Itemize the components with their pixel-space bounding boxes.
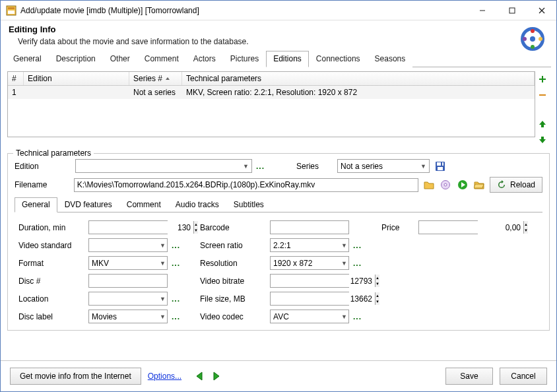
- edition-combo[interactable]: ▼: [75, 159, 252, 173]
- tab-description[interactable]: Description: [49, 51, 103, 67]
- col-tech[interactable]: Technical parameters: [182, 72, 535, 85]
- svg-rect-1: [8, 7, 15, 9]
- file-size-label: File size, MB: [200, 294, 266, 304]
- options-link[interactable]: Options...: [148, 372, 181, 381]
- cancel-button[interactable]: Cancel: [500, 368, 547, 385]
- video-standard-ellipsis[interactable]: ...: [172, 241, 180, 250]
- location-combo[interactable]: ▼: [88, 292, 168, 306]
- remove-row-button[interactable]: [537, 90, 548, 100]
- video-codec-label: Video codec: [200, 312, 266, 321]
- video-standard-label: Video standard: [18, 241, 84, 250]
- barcode-label: Barcode: [200, 223, 266, 232]
- play-icon[interactable]: [456, 178, 469, 191]
- svg-marker-29: [214, 372, 219, 380]
- file-size-spinner[interactable]: ▲▼: [270, 292, 349, 306]
- open-folder-icon[interactable]: [422, 178, 435, 191]
- filename-label: Filename: [15, 180, 70, 189]
- page-title: Editing Info: [9, 24, 548, 34]
- minimize-button[interactable]: [467, 1, 497, 20]
- svg-point-25: [444, 183, 447, 186]
- tab-seasons[interactable]: Seasons: [368, 51, 413, 67]
- disc-num-label: Disc #: [18, 277, 84, 286]
- location-ellipsis[interactable]: ...: [172, 294, 180, 304]
- window-title: Add/update movie [imdb (Multiple)] [Tomo…: [20, 6, 467, 15]
- subtab-subtitles[interactable]: Subtitles: [226, 197, 271, 212]
- resolution-ellipsis[interactable]: ...: [353, 259, 362, 268]
- subtab-audio-tracks[interactable]: Audio tracks: [168, 197, 226, 212]
- app-icon: [6, 5, 16, 16]
- tab-editions[interactable]: Editions: [266, 51, 309, 67]
- col-edition[interactable]: Edition: [24, 72, 129, 85]
- svg-point-12: [531, 45, 535, 49]
- technical-parameters-group: Technical parameters Edition ▼ ... Serie…: [7, 153, 550, 331]
- price-spinner[interactable]: ▲▼: [418, 220, 478, 234]
- series-label: Series: [296, 162, 333, 171]
- save-button[interactable]: Save: [445, 368, 493, 385]
- page-header: Editing Info Verify data about the movie…: [1, 20, 556, 50]
- tab-comment[interactable]: Comment: [137, 51, 186, 67]
- svg-point-9: [530, 36, 535, 42]
- page-subtitle: Verify data about the movie and save inf…: [18, 37, 548, 46]
- reload-icon: [497, 180, 506, 189]
- tab-connections[interactable]: Connections: [309, 51, 368, 67]
- reload-button[interactable]: Reload: [490, 177, 542, 193]
- format-label: Format: [18, 259, 84, 268]
- col-num[interactable]: #: [8, 72, 24, 85]
- svg-rect-2: [8, 11, 15, 14]
- svg-rect-21: [437, 162, 443, 166]
- tech-legend: Technical parameters: [13, 148, 94, 158]
- prev-arrow-button[interactable]: [193, 370, 207, 383]
- move-up-button[interactable]: [537, 119, 548, 129]
- edition-ellipsis-button[interactable]: ...: [256, 162, 265, 171]
- subtab-comment[interactable]: Comment: [119, 197, 168, 212]
- maximize-button[interactable]: [497, 1, 527, 20]
- video-standard-combo[interactable]: ▼: [88, 238, 168, 252]
- move-down-button[interactable]: [537, 135, 548, 145]
- resolution-label: Resolution: [200, 259, 266, 268]
- sub-tabs: General DVD features Comment Audio track…: [15, 197, 542, 212]
- video-codec-combo[interactable]: AVC▼: [270, 310, 349, 323]
- editions-grid[interactable]: # Edition Series # Technical parameters …: [7, 71, 535, 137]
- add-row-button[interactable]: [537, 74, 548, 84]
- tab-pictures[interactable]: Pictures: [223, 51, 266, 67]
- duration-spinner[interactable]: ▲▼: [88, 220, 168, 234]
- tab-other[interactable]: Other: [103, 51, 137, 67]
- disc-label-ellipsis[interactable]: ...: [172, 312, 180, 321]
- duration-label: Duration, min: [18, 223, 84, 232]
- tab-actors[interactable]: Actors: [186, 51, 223, 67]
- video-bitrate-label: Video bitrate: [200, 277, 266, 286]
- disc-num-input[interactable]: [88, 274, 168, 288]
- col-series[interactable]: Series #: [129, 72, 182, 85]
- tab-general[interactable]: General: [6, 51, 49, 67]
- video-bitrate-spinner[interactable]: ▲▼: [270, 274, 349, 288]
- close-button[interactable]: [527, 1, 556, 20]
- browse-icon[interactable]: [473, 178, 486, 191]
- barcode-input[interactable]: [270, 220, 349, 234]
- subtab-dvd-features[interactable]: DVD features: [57, 197, 119, 212]
- sort-asc-icon: [165, 76, 170, 81]
- disc-label-combo[interactable]: Movies▼: [88, 310, 168, 323]
- svg-marker-18: [539, 121, 546, 127]
- video-codec-ellipsis[interactable]: ...: [353, 312, 362, 321]
- footer: Get movie info from the Internet Options…: [1, 360, 556, 391]
- format-combo[interactable]: MKV▼: [88, 256, 168, 270]
- resolution-combo[interactable]: 1920 x 872▼: [270, 256, 349, 270]
- app-logo-icon: [518, 24, 547, 55]
- series-combo[interactable]: Not a series▼: [337, 159, 430, 173]
- disc-icon[interactable]: [440, 178, 452, 191]
- filename-input[interactable]: [74, 178, 418, 192]
- save-series-icon[interactable]: [434, 160, 447, 173]
- get-movie-info-button[interactable]: Get movie info from the Internet: [10, 368, 141, 385]
- screen-ratio-ellipsis[interactable]: ...: [353, 241, 362, 250]
- edition-label: Edition: [15, 162, 71, 171]
- format-ellipsis[interactable]: ...: [172, 259, 180, 268]
- svg-point-11: [539, 37, 542, 41]
- svg-point-10: [531, 29, 535, 33]
- svg-rect-22: [438, 167, 443, 170]
- subtab-general[interactable]: General: [15, 197, 57, 212]
- price-label: Price: [381, 223, 414, 232]
- next-arrow-button[interactable]: [209, 370, 222, 383]
- main-tabs: General Description Other Comment Actors…: [6, 50, 551, 67]
- screen-ratio-combo[interactable]: 2.2:1▼: [270, 238, 349, 252]
- table-row[interactable]: 1 Not a series MKV, Screen ratio: 2.2:1,…: [8, 86, 535, 99]
